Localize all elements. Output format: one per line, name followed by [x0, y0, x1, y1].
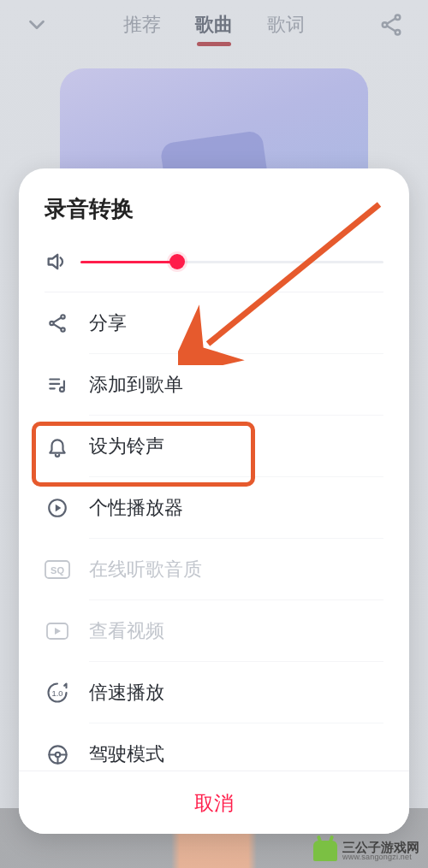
- menu-label: 设为铃声: [89, 434, 164, 459]
- menu-item-quality: SQ 在线听歌音质: [19, 539, 409, 600]
- watermark: 三公子游戏网 www.sangongzi.net: [310, 839, 423, 863]
- watermark-domain: www.sangongzi.net: [342, 853, 419, 861]
- menu-label: 在线听歌音质: [89, 557, 202, 582]
- menu-label: 分享: [89, 310, 127, 336]
- steering-wheel-icon: [45, 743, 70, 766]
- menu-item-ringtone[interactable]: 设为铃声: [19, 416, 409, 477]
- menu-item-video: 查看视频: [19, 600, 409, 662]
- menu-label: 查看视频: [89, 618, 164, 644]
- play-circle-icon: [45, 497, 70, 519]
- svg-marker-5: [49, 255, 57, 269]
- playlist-add-icon: [45, 374, 70, 396]
- menu-item-player-skin[interactable]: 个性播放器: [19, 477, 409, 539]
- svg-line-3: [387, 19, 395, 24]
- menu-label: 驾驶模式: [89, 741, 164, 767]
- speed-icon: 1.0: [45, 681, 70, 705]
- watermark-title: 三公子游戏网: [342, 841, 419, 853]
- svg-marker-17: [56, 505, 62, 512]
- menu-item-share[interactable]: 分享: [19, 292, 409, 354]
- android-icon: [313, 841, 337, 861]
- tab-recommend[interactable]: 推荐: [123, 3, 161, 48]
- tab-song[interactable]: 歌曲: [195, 3, 233, 48]
- share-icon[interactable]: [378, 12, 404, 38]
- cancel-button[interactable]: 取消: [19, 771, 409, 834]
- svg-line-10: [54, 324, 62, 328]
- svg-line-9: [54, 318, 62, 322]
- menu-item-drive[interactable]: 驾驶模式: [19, 723, 409, 771]
- menu-label: 添加到歌单: [89, 372, 183, 398]
- share-icon: [45, 312, 70, 334]
- sheet-content: 分享 添加到歌单 设为铃声: [19, 241, 409, 771]
- collapse-chevron-icon[interactable]: [24, 12, 50, 38]
- svg-line-4: [387, 26, 395, 31]
- svg-text:1.0: 1.0: [52, 689, 63, 698]
- volume-slider-row[interactable]: [19, 241, 409, 292]
- bell-icon: [45, 435, 70, 458]
- menu-label: 倍速播放: [89, 680, 164, 706]
- volume-track[interactable]: [80, 261, 383, 263]
- speaker-icon: [45, 250, 68, 274]
- top-tab-bar: 推荐 歌曲 歌词: [0, 0, 428, 51]
- tab-lyrics[interactable]: 歌词: [267, 3, 305, 48]
- menu-label: 个性播放器: [89, 495, 183, 521]
- action-sheet: 录音转换 分享: [19, 168, 409, 834]
- sq-quality-icon: SQ: [45, 560, 70, 579]
- volume-fill: [80, 261, 177, 263]
- video-icon: [45, 621, 70, 641]
- menu-item-add-playlist[interactable]: 添加到歌单: [19, 354, 409, 416]
- sheet-title: 录音转换: [19, 168, 409, 241]
- svg-text:SQ: SQ: [51, 565, 64, 576]
- menu-item-speed[interactable]: 1.0 倍速播放: [19, 662, 409, 723]
- svg-marker-21: [55, 628, 61, 635]
- volume-thumb[interactable]: [169, 254, 185, 269]
